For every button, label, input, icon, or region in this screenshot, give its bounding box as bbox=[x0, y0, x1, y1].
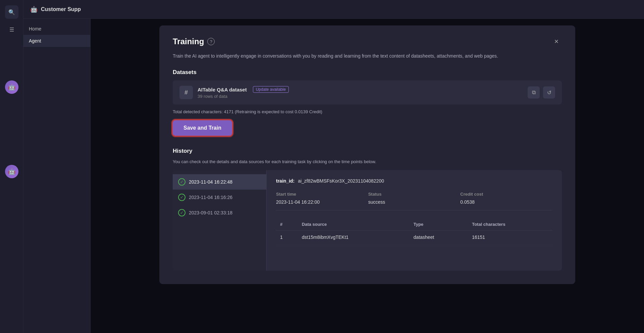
history-list: ✓ 2023-11-04 16:22:48 ✓ 2023-11-04 16:16… bbox=[173, 170, 267, 271]
avatar-top[interactable]: 🤖 bbox=[5, 80, 18, 94]
status-value: success bbox=[368, 199, 461, 205]
history-datetime-2: 2023-09-01 02:33:18 bbox=[189, 210, 232, 215]
dataset-icon: # bbox=[179, 86, 193, 99]
datasets-section-title: Datasets bbox=[173, 69, 562, 76]
cell-chars: 16151 bbox=[468, 230, 552, 244]
avatar-bottom[interactable]: 🤖 bbox=[5, 165, 18, 178]
credit-cost-header: Credit cost bbox=[460, 192, 552, 197]
content-layout: Home Agent Training ? bbox=[23, 19, 644, 333]
table-header-row: # Data source Type Total characters bbox=[276, 218, 552, 230]
status-header: Status bbox=[368, 192, 461, 197]
check-icon-1: ✓ bbox=[178, 194, 185, 201]
cell-num: 1 bbox=[276, 230, 298, 244]
check-icon-2: ✓ bbox=[178, 209, 185, 216]
dataset-card: # AITable Q&A dataset Update available 3… bbox=[173, 80, 562, 105]
modal-title-row: Training ? bbox=[173, 37, 215, 46]
menu-icon: ☰ bbox=[9, 26, 14, 33]
dataset-copy-button[interactable]: ⧉ bbox=[528, 86, 540, 98]
history-item-1[interactable]: ✓ 2023-11-04 16:16:26 bbox=[173, 190, 266, 205]
col-header-type: Type bbox=[410, 218, 468, 230]
search-icon: 🔍 bbox=[8, 9, 15, 15]
history-datetime-1: 2023-11-04 16:16:26 bbox=[189, 195, 232, 200]
train-id-value: ai_zf82wBMSFsKor3X_20231104082200 bbox=[298, 178, 384, 184]
question-mark-icon: ? bbox=[210, 39, 212, 44]
sidebar-item-1[interactable]: Home bbox=[23, 23, 90, 35]
modal-backdrop: Training ? × Train the AI agent to intel… bbox=[91, 19, 644, 333]
app-header: 🤖 Customer Supp bbox=[23, 0, 644, 19]
close-icon: × bbox=[554, 37, 559, 46]
start-time-col: Start time 2023-11-04 16:22:00 bbox=[276, 192, 368, 205]
save-and-train-button[interactable]: Save and Train bbox=[173, 120, 232, 136]
history-section: History You can check out the details an… bbox=[173, 148, 562, 271]
dataset-actions: ⧉ ↺ bbox=[528, 86, 555, 98]
col-header-chars: Total characters bbox=[468, 218, 552, 230]
history-item-0[interactable]: ✓ 2023-11-04 16:22:48 bbox=[173, 174, 266, 190]
history-description: You can check out the details and data s… bbox=[173, 159, 562, 164]
col-header-source: Data source bbox=[298, 218, 410, 230]
search-button[interactable]: 🔍 bbox=[5, 5, 18, 19]
history-datetime-0: 2023-11-04 16:22:48 bbox=[189, 179, 232, 185]
main-area: 🤖 Customer Supp Home Agent Training bbox=[23, 0, 644, 333]
history-layout: ✓ 2023-11-04 16:22:48 ✓ 2023-11-04 16:16… bbox=[173, 170, 562, 271]
refresh-icon: ↺ bbox=[547, 89, 551, 96]
train-id-label: train_id: bbox=[276, 178, 294, 184]
dataset-left: # AITable Q&A dataset Update available 3… bbox=[179, 86, 289, 99]
menu-button[interactable]: ☰ bbox=[5, 23, 18, 36]
total-chars-text: Total detected characters: 4171 (Retrain… bbox=[173, 109, 562, 114]
sidebar-item-active[interactable]: Agent bbox=[23, 35, 90, 47]
credit-cost-col: Credit cost 0.0538 bbox=[460, 192, 552, 205]
app-title: Customer Supp bbox=[41, 6, 81, 12]
bot-icon: 🤖 bbox=[8, 83, 15, 91]
dataset-info: AITable Q&A dataset Update available 39 … bbox=[198, 86, 289, 99]
training-modal: Training ? × Train the AI agent to intel… bbox=[159, 25, 575, 284]
modal-title: Training bbox=[173, 37, 204, 46]
train-id-row: train_id: ai_zf82wBMSFsKor3X_20231104082… bbox=[276, 178, 552, 184]
check-icon-0: ✓ bbox=[178, 178, 185, 186]
history-item-2[interactable]: ✓ 2023-09-01 02:33:18 bbox=[173, 205, 266, 220]
credit-cost-value: 0.0538 bbox=[460, 199, 552, 205]
copy-icon: ⧉ bbox=[532, 89, 536, 95]
cell-source: dst15m8ibmXvgTEKt1 bbox=[298, 230, 410, 244]
page-content-area: Training ? × Train the AI agent to intel… bbox=[91, 19, 644, 333]
dataset-name-row: AITable Q&A dataset Update available bbox=[198, 86, 289, 93]
dataset-rows: 39 rows of data bbox=[198, 94, 289, 99]
detail-grid: Start time 2023-11-04 16:22:00 Status su… bbox=[276, 192, 552, 210]
modal-header: Training ? × bbox=[173, 36, 562, 47]
update-badge: Update available bbox=[253, 86, 289, 93]
app-icon: 🤖 bbox=[30, 6, 38, 13]
cell-type: datasheet bbox=[410, 230, 468, 244]
data-table: # Data source Type Total characters bbox=[276, 218, 552, 244]
dataset-name: AITable Q&A dataset bbox=[198, 87, 247, 92]
left-sidebar: 🔍 ☰ 🤖 🤖 bbox=[0, 0, 23, 333]
start-time-header: Start time bbox=[276, 192, 368, 197]
start-time-value: 2023-11-04 16:22:00 bbox=[276, 199, 368, 205]
table-row: 1 dst15m8ibmXvgTEKt1 datasheet 16151 bbox=[276, 230, 552, 244]
close-button[interactable]: × bbox=[551, 36, 562, 47]
content-sidebar: Home Agent bbox=[23, 19, 91, 333]
status-col: Status success bbox=[368, 192, 461, 205]
bot-icon-2: 🤖 bbox=[8, 168, 15, 175]
history-detail: train_id: ai_zf82wBMSFsKor3X_20231104082… bbox=[267, 170, 562, 271]
help-icon-button[interactable]: ? bbox=[207, 38, 215, 45]
dataset-refresh-button[interactable]: ↺ bbox=[543, 86, 555, 98]
history-section-title: History bbox=[173, 148, 562, 154]
modal-description: Train the AI agent to intelligently enga… bbox=[173, 52, 542, 60]
col-header-num: # bbox=[276, 218, 298, 230]
